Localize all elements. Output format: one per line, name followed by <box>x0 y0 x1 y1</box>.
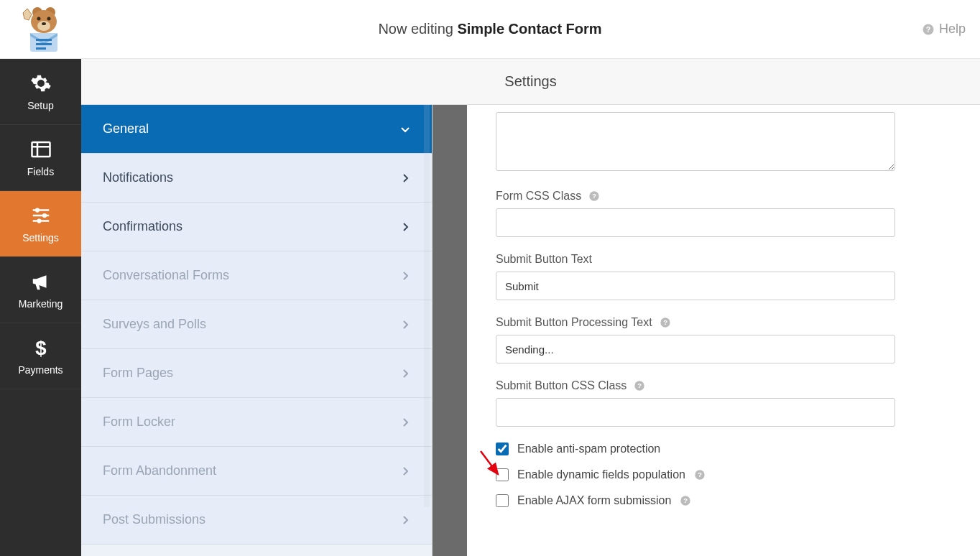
field-group-css-class: Form CSS Class ? <box>496 190 951 237</box>
label-text: Submit Button Processing Text <box>496 316 652 329</box>
top-bar: Now editing Simple Contact Form ? Help <box>0 0 980 59</box>
list-icon <box>30 139 52 160</box>
checkbox-label: Enable anti-spam protection <box>517 443 660 455</box>
wpforms-logo-icon <box>17 6 65 53</box>
gear-icon <box>30 73 52 94</box>
panel-title: Settings <box>504 73 556 90</box>
dollar-icon: $ <box>30 337 52 358</box>
svg-text:?: ? <box>926 24 930 33</box>
svg-point-20 <box>34 208 39 212</box>
field-group-submit-processing: Submit Button Processing Text ? <box>496 316 951 363</box>
svg-point-21 <box>42 213 46 217</box>
svg-rect-10 <box>36 43 52 45</box>
chevron-right-icon <box>400 173 410 183</box>
panel-header: Settings <box>81 59 980 105</box>
svg-text:?: ? <box>663 319 667 326</box>
svg-point-4 <box>37 17 40 20</box>
page-title: Now editing Simple Contact Form <box>378 21 601 37</box>
rail-item-payments[interactable]: $ Payments <box>0 323 81 389</box>
settings-menu-notifications[interactable]: Notifications <box>81 154 432 203</box>
dynamic-fields-checkbox[interactable] <box>496 468 509 481</box>
anti-spam-checkbox[interactable] <box>496 443 509 455</box>
svg-rect-11 <box>36 47 46 50</box>
preview-gutter <box>433 105 467 556</box>
editing-prefix: Now editing <box>378 21 457 37</box>
checkbox-label: Enable AJAX form submission <box>517 494 671 507</box>
chevron-right-icon <box>400 515 410 525</box>
svg-text:?: ? <box>683 497 688 504</box>
label-text: Submit Button CSS Class <box>496 379 627 392</box>
settings-menu-label: Notifications <box>103 170 173 185</box>
field-group-description <box>496 112 951 174</box>
field-label: Submit Button Processing Text ? <box>496 316 951 329</box>
chevron-right-icon <box>400 320 410 330</box>
label-text: Form CSS Class <box>496 190 581 203</box>
settings-menu-form-pages[interactable]: Form Pages <box>81 349 432 398</box>
svg-text:?: ? <box>698 471 702 478</box>
settings-menu-label: Conversational Forms <box>103 268 229 283</box>
settings-menu-label: Form Pages <box>103 366 173 381</box>
submit-button-text-input[interactable] <box>496 272 895 300</box>
field-label: Submit Button Text <box>496 253 951 266</box>
help-icon[interactable]: ? <box>660 317 671 328</box>
settings-menu-label: Form Locker <box>103 414 175 430</box>
checkbox-dynamic-fields: Enable dynamic fields population ? <box>496 468 951 481</box>
svg-text:?: ? <box>592 193 596 200</box>
settings-menu-general[interactable]: General <box>81 105 432 154</box>
settings-menu-surveys[interactable]: Surveys and Polls <box>81 300 432 349</box>
settings-menu-post-submissions[interactable]: Post Submissions <box>81 496 432 545</box>
chevron-down-icon <box>400 124 410 134</box>
help-icon: ? <box>922 23 935 36</box>
svg-rect-14 <box>32 142 50 157</box>
settings-menu-confirmations[interactable]: Confirmations <box>81 203 432 251</box>
rail-label: Marketing <box>19 298 63 310</box>
settings-menu: General Notifications Confirmations Conv… <box>81 105 432 545</box>
settings-menu-label: Post Submissions <box>103 512 205 527</box>
submit-processing-text-input[interactable] <box>496 335 895 363</box>
workspace: Setup Fields Settings Marketing $ Paymen… <box>0 59 980 556</box>
chevron-right-icon <box>400 271 410 281</box>
settings-panel: Settings General Notifications Confirmat… <box>81 59 433 556</box>
form-css-class-input[interactable] <box>496 208 895 237</box>
chevron-right-icon <box>400 369 410 379</box>
left-rail: Setup Fields Settings Marketing $ Paymen… <box>0 59 81 556</box>
settings-menu-label: General <box>103 121 149 136</box>
submit-button-css-input[interactable] <box>496 398 895 427</box>
settings-menu-label: Form Abandonment <box>103 463 216 478</box>
field-label: Submit Button CSS Class ? <box>496 379 951 392</box>
checkbox-anti-spam: Enable anti-spam protection <box>496 443 951 455</box>
rail-item-marketing[interactable]: Marketing <box>0 257 81 323</box>
settings-menu-form-locker[interactable]: Form Locker <box>81 398 432 447</box>
svg-text:$: $ <box>35 337 46 358</box>
settings-menu-label: Surveys and Polls <box>103 317 206 332</box>
field-label: Form CSS Class ? <box>496 190 951 203</box>
help-icon[interactable]: ? <box>680 495 691 506</box>
field-group-submit-text: Submit Button Text <box>496 253 951 300</box>
rail-label: Setup <box>27 100 54 111</box>
svg-point-5 <box>47 17 50 20</box>
help-icon[interactable]: ? <box>694 469 706 481</box>
rail-item-fields[interactable]: Fields <box>0 125 81 191</box>
rail-label: Fields <box>27 166 54 177</box>
rail-item-settings[interactable]: Settings <box>0 191 81 257</box>
rail-label: Payments <box>18 364 63 376</box>
form-description-input[interactable] <box>496 112 895 171</box>
checkbox-label: Enable dynamic fields population <box>517 468 685 481</box>
ajax-submission-checkbox[interactable] <box>496 494 509 507</box>
help-link[interactable]: ? Help <box>922 22 966 37</box>
settings-menu-conversational[interactable]: Conversational Forms <box>81 251 432 300</box>
help-label: Help <box>939 22 966 37</box>
chevron-right-icon <box>400 417 410 427</box>
label-text: Submit Button Text <box>496 253 592 266</box>
sliders-icon <box>30 205 52 226</box>
svg-point-22 <box>37 218 41 223</box>
bullhorn-icon <box>30 271 52 292</box>
help-icon[interactable]: ? <box>634 380 645 391</box>
app-logo <box>0 0 81 59</box>
settings-menu-form-abandonment[interactable]: Form Abandonment <box>81 447 432 496</box>
chevron-right-icon <box>400 466 410 476</box>
help-icon[interactable]: ? <box>588 190 600 202</box>
rail-label: Settings <box>22 232 59 244</box>
svg-text:?: ? <box>637 382 642 389</box>
rail-item-setup[interactable]: Setup <box>0 59 81 125</box>
